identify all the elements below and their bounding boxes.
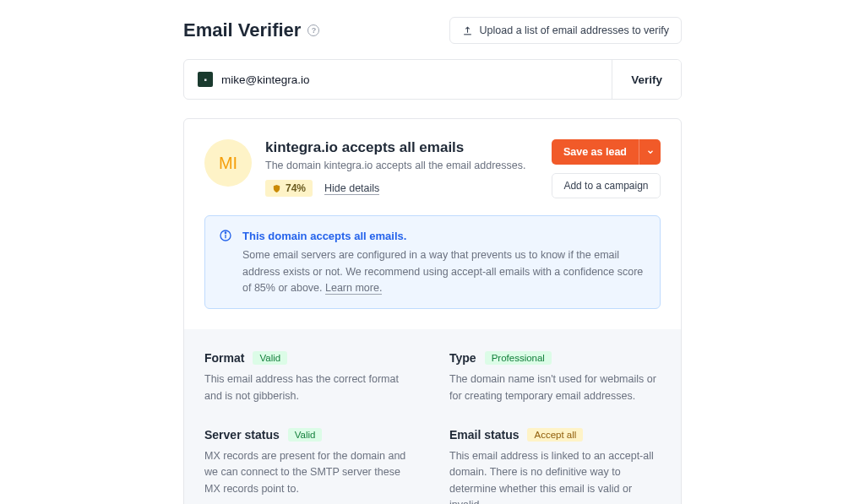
details-grid: Format Valid This email address has the …: [184, 329, 681, 504]
page-title-text: Email Verifier: [183, 19, 301, 41]
confidence-row: 74% Hide details: [265, 180, 538, 197]
save-lead-dropdown[interactable]: [639, 139, 661, 165]
result-title: kintegra.io accepts all emails: [265, 139, 538, 156]
email-input-area[interactable]: ■ mike@kintegra.io: [184, 60, 612, 99]
detail-type-label: Type: [449, 351, 476, 365]
avatar: MI: [204, 139, 252, 187]
domain-favicon: ■: [198, 72, 213, 87]
accept-all-alert: This domain accepts all emails. Some ema…: [204, 215, 661, 309]
detail-email-status-desc: This email address is linked to an accep…: [449, 448, 661, 504]
alert-body: This domain accepts all emails. Some ema…: [242, 228, 646, 296]
detail-type-badge: Professional: [485, 351, 552, 365]
svg-point-2: [225, 232, 226, 233]
detail-type: Type Professional The domain name isn't …: [449, 351, 661, 404]
verify-button[interactable]: Verify: [612, 60, 681, 99]
chevron-down-icon: [646, 146, 655, 159]
upload-list-button[interactable]: Upload a list of email addresses to veri…: [449, 17, 682, 44]
result-actions: Save as lead Add to a campaign: [552, 139, 661, 198]
page-header: Email Verifier ? Upload a list of email …: [183, 17, 682, 44]
detail-server-desc: MX records are present for the domain an…: [204, 448, 416, 497]
alert-text: Some email servers are configured in a w…: [242, 249, 643, 294]
result-info: kintegra.io accepts all emails The domai…: [265, 139, 538, 198]
result-subtitle: The domain kintegra.io accepts all the e…: [265, 160, 538, 171]
shield-icon: [272, 184, 281, 193]
alert-container: This domain accepts all emails. Some ema…: [184, 215, 681, 329]
hide-details-toggle[interactable]: Hide details: [324, 182, 379, 195]
avatar-initials: MI: [219, 154, 237, 173]
page-title: Email Verifier ?: [183, 19, 319, 41]
detail-type-desc: The domain name isn't used for webmails …: [449, 371, 661, 404]
info-icon: [219, 229, 232, 296]
result-header: MI kintegra.io accepts all emails The do…: [184, 119, 681, 215]
add-campaign-button[interactable]: Add to a campaign: [552, 173, 661, 198]
detail-email-status-label: Email status: [449, 428, 519, 442]
detail-format-badge: Valid: [253, 351, 287, 365]
confidence-badge: 74%: [265, 180, 313, 197]
detail-server-label: Server status: [204, 428, 280, 442]
verify-button-label: Verify: [631, 73, 662, 86]
upload-list-label: Upload a list of email addresses to veri…: [480, 24, 669, 36]
help-icon[interactable]: ?: [307, 24, 319, 36]
save-lead-group: Save as lead: [552, 139, 661, 165]
detail-format-desc: This email address has the correct forma…: [204, 371, 416, 404]
detail-server-badge: Valid: [288, 428, 323, 442]
result-card: MI kintegra.io accepts all emails The do…: [183, 118, 682, 504]
detail-format: Format Valid This email address has the …: [204, 351, 416, 404]
detail-format-label: Format: [204, 351, 244, 365]
alert-title: This domain accepts all emails.: [242, 228, 646, 245]
detail-server: Server status Valid MX records are prese…: [204, 428, 416, 504]
detail-email-status: Email status Accept all This email addre…: [449, 428, 661, 504]
upload-icon: [462, 25, 473, 36]
detail-email-status-badge: Accept all: [527, 428, 583, 442]
email-input-value: mike@kintegra.io: [221, 73, 310, 86]
email-input-card: ■ mike@kintegra.io Verify: [183, 59, 682, 100]
learn-more-link[interactable]: Learn more.: [325, 282, 382, 295]
detail-email-status-text: This email address is linked to an accep…: [449, 450, 654, 504]
confidence-value: 74%: [286, 182, 306, 194]
save-lead-button[interactable]: Save as lead: [552, 139, 639, 165]
